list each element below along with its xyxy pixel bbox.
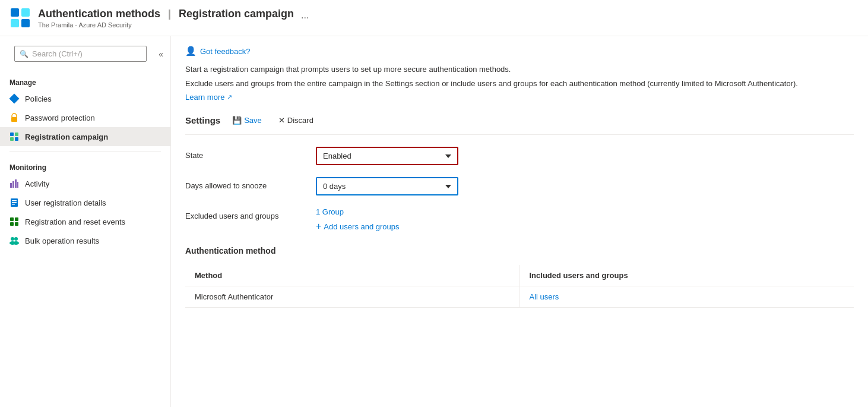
sidebar-item-registration-campaign[interactable]: Registration campaign	[0, 127, 170, 146]
svg-rect-1	[21, 8, 30, 17]
doc-icon	[9, 198, 19, 207]
save-label: Save	[244, 116, 262, 125]
add-users-button[interactable]: + Add users and groups	[316, 221, 400, 232]
sidebar-item-activity[interactable]: Activity	[0, 174, 170, 193]
method-name: Microsoft Authenticator	[185, 286, 519, 308]
save-icon: 💾	[232, 116, 242, 125]
title-prefix: Authentication methods	[38, 8, 160, 20]
sidebar-label-reg-reset: Registration and reset events	[25, 217, 125, 226]
settings-title: Settings	[185, 115, 220, 125]
discard-button[interactable]: ✕ Discard	[274, 113, 318, 127]
snooze-control: 0 days 1 day 3 days 7 days 14 days	[316, 177, 553, 195]
external-link-icon: ↗	[227, 93, 232, 101]
state-label: State	[185, 147, 316, 160]
svg-rect-14	[12, 200, 17, 201]
manage-section-label: Manage	[0, 71, 170, 89]
svg-rect-18	[15, 217, 18, 221]
state-control: Enabled Disabled Microsoft managed	[316, 147, 553, 165]
feedback-icon: 👤	[185, 46, 197, 56]
excluded-row: Excluded users and groups 1 Group + Add …	[185, 207, 854, 232]
svg-rect-9	[10, 183, 12, 188]
settings-header: Settings 💾 Save ✕ Discard	[185, 113, 854, 135]
snooze-select[interactable]: 0 days 1 day 3 days 7 days 14 days	[316, 177, 458, 195]
header-title: Authentication methods | Registration ca…	[38, 8, 294, 20]
sidebar-label-password: Password protection	[25, 113, 95, 122]
description-line2: Exclude users and groups from the entire…	[185, 78, 854, 90]
search-bar[interactable]: 🔍	[14, 46, 147, 62]
svg-rect-20	[15, 222, 18, 226]
plus-icon: +	[316, 221, 321, 232]
svg-point-22	[14, 237, 18, 241]
sidebar-divider	[9, 151, 161, 152]
chart-icon	[9, 179, 19, 188]
collapse-button[interactable]: «	[159, 49, 163, 59]
svg-rect-19	[10, 222, 14, 226]
auth-method-table: Method Included users and groups Microso…	[185, 265, 854, 308]
auth-method-section: Authentication method Method Included us…	[185, 246, 854, 308]
included-value: All users	[519, 286, 854, 308]
lock-icon	[9, 113, 19, 122]
col-method-header: Method	[185, 265, 519, 286]
svg-rect-17	[10, 217, 14, 221]
svg-rect-5	[10, 132, 14, 136]
svg-rect-10	[12, 181, 14, 188]
svg-rect-0	[11, 8, 19, 17]
sidebar-item-reg-reset[interactable]: Registration and reset events	[0, 212, 170, 231]
settings-section: Settings 💾 Save ✕ Discard State Enabled …	[185, 113, 854, 232]
svg-rect-6	[15, 132, 18, 136]
table-row: Microsoft Authenticator All users	[185, 286, 854, 308]
policies-icon	[9, 94, 19, 103]
svg-rect-7	[10, 137, 14, 141]
sidebar: 🔍 « Manage Policies Password protection	[0, 36, 171, 407]
app-header: Authentication methods | Registration ca…	[0, 0, 868, 36]
discard-label: Discard	[287, 116, 313, 125]
learn-more-label: Learn more	[185, 93, 224, 102]
search-input[interactable]	[32, 49, 141, 58]
auth-method-title: Authentication method	[185, 246, 854, 255]
svg-rect-11	[15, 179, 17, 188]
more-button[interactable]: ···	[301, 12, 309, 23]
svg-rect-16	[12, 204, 15, 205]
svg-rect-4	[11, 117, 17, 122]
grid2-icon	[9, 217, 19, 226]
add-users-label: Add users and groups	[324, 222, 399, 231]
header-subtitle: The Pramila - Azure AD Security	[38, 21, 294, 29]
excluded-group-link[interactable]: 1 Group	[316, 207, 553, 216]
sidebar-label-registration: Registration campaign	[25, 132, 108, 141]
main-content: 👤 Got feedback? Start a registration cam…	[171, 36, 868, 407]
excluded-label: Excluded users and groups	[185, 207, 316, 220]
all-users-link[interactable]: All users	[530, 292, 559, 301]
grid-icon	[9, 132, 19, 141]
sidebar-label-activity: Activity	[25, 179, 49, 188]
search-icon: 🔍	[20, 50, 28, 58]
excluded-control: 1 Group + Add users and groups	[316, 207, 553, 232]
feedback-bar[interactable]: 👤 Got feedback?	[185, 46, 854, 56]
people-icon	[9, 236, 19, 245]
svg-rect-15	[12, 202, 17, 203]
col-included-header: Included users and groups	[519, 265, 854, 286]
sidebar-label-user-reg: User registration details	[25, 198, 106, 207]
learn-more-link[interactable]: Learn more ↗	[185, 93, 232, 102]
svg-point-21	[11, 237, 14, 241]
discard-icon: ✕	[278, 116, 285, 125]
snooze-label: Days allowed to snooze	[185, 177, 316, 190]
header-titles: Authentication methods | Registration ca…	[38, 8, 294, 29]
title-suffix: Registration campaign	[179, 8, 294, 20]
sidebar-item-password-protection[interactable]: Password protection	[0, 108, 170, 127]
snooze-row: Days allowed to snooze 0 days 1 day 3 da…	[185, 177, 854, 195]
layout: 🔍 « Manage Policies Password protection	[0, 36, 868, 407]
sidebar-label-policies: Policies	[25, 94, 52, 103]
sidebar-item-bulk[interactable]: Bulk operation results	[0, 231, 170, 250]
svg-rect-2	[11, 19, 19, 27]
description-line1: Start a registration campaign that promp…	[185, 64, 854, 75]
sidebar-item-policies[interactable]: Policies	[0, 89, 170, 108]
svg-point-24	[13, 241, 19, 245]
feedback-label[interactable]: Got feedback?	[200, 47, 251, 56]
sidebar-item-user-registration[interactable]: User registration details	[0, 193, 170, 212]
state-select[interactable]: Enabled Disabled Microsoft managed	[316, 147, 458, 165]
save-button[interactable]: 💾 Save	[227, 113, 267, 127]
app-icon	[9, 7, 31, 29]
state-row: State Enabled Disabled Microsoft managed	[185, 147, 854, 165]
svg-rect-12	[17, 182, 18, 188]
sidebar-label-bulk: Bulk operation results	[25, 236, 99, 245]
